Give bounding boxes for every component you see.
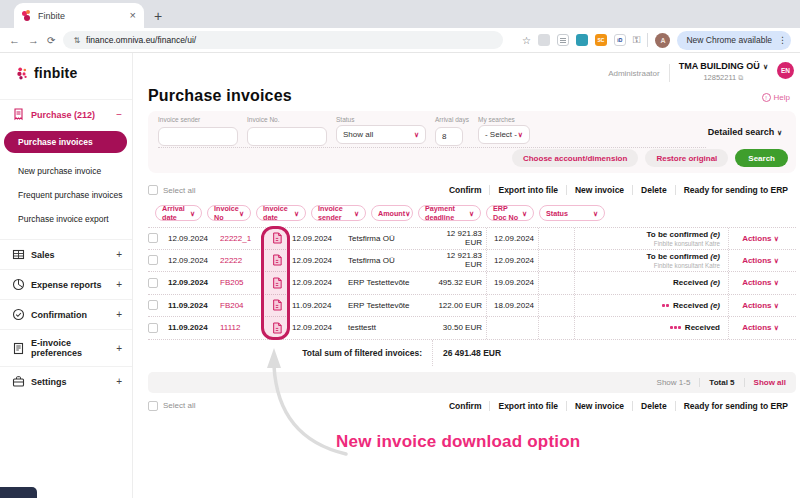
copy-icon[interactable]: ⧉: [738, 74, 743, 81]
invoice-no-link[interactable]: 11112: [220, 323, 262, 332]
row-checkbox[interactable]: [148, 300, 158, 310]
back-icon[interactable]: ←: [9, 34, 20, 46]
new-chrome-available-button[interactable]: New Chrome available ⋮: [677, 31, 791, 50]
forward-icon[interactable]: →: [28, 34, 39, 46]
table-row[interactable]: 11.09.2024 FB204 11.09.2024 ERP Testette…: [148, 295, 796, 318]
finbite-logo[interactable]: finbite: [0, 65, 132, 81]
expand-plus-icon[interactable]: +: [116, 376, 122, 387]
sidebar-section-confirmation[interactable]: Confirmation +: [0, 299, 132, 329]
browser-tab[interactable]: Finbite ×: [14, 3, 144, 28]
sidebar-section-sales[interactable]: Sales +: [0, 239, 132, 269]
delete-link[interactable]: Delete: [632, 185, 675, 195]
column-erp-doc-no[interactable]: ERP Doc No: [486, 205, 534, 221]
column-invoice-date[interactable]: Invoice date: [256, 205, 306, 221]
language-badge[interactable]: EN: [777, 62, 794, 79]
sidebar-item-new-purchase-invoice[interactable]: New purchase invoice: [0, 159, 132, 183]
url-text: finance.omniva.eu/finance/ui/: [86, 35, 196, 45]
restore-original-button[interactable]: Restore original: [645, 149, 728, 167]
export-into-file-link[interactable]: Export into file: [489, 401, 566, 411]
sidebar-section-purchase[interactable]: Purchase (212) −: [0, 99, 132, 129]
delete-link[interactable]: Delete: [632, 401, 675, 411]
chrome-menu-icon[interactable]: ⋮: [778, 35, 787, 45]
ready-for-sending-link[interactable]: Ready for sending to ERP: [675, 401, 796, 411]
chevron-down-icon: [469, 209, 474, 218]
select-all-checkbox[interactable]: [148, 185, 158, 195]
invoice-no-link[interactable]: FB205: [220, 278, 262, 287]
ready-for-sending-link[interactable]: Ready for sending to ERP: [675, 185, 796, 195]
column-payment-deadline[interactable]: Payment deadline: [418, 205, 481, 221]
arrival-days-input[interactable]: [435, 127, 463, 146]
show-all-link[interactable]: Show all: [745, 378, 786, 387]
sidebar-item-purchase-invoice-export[interactable]: Purchase invoice export: [0, 207, 132, 231]
expand-plus-icon[interactable]: +: [116, 309, 122, 320]
tab-close-icon[interactable]: ×: [130, 10, 136, 21]
sidebar-section-expense-reports[interactable]: Expense reports +: [0, 269, 132, 299]
pdf-download-icon[interactable]: [262, 254, 292, 266]
invoice-no-input[interactable]: [247, 127, 327, 146]
sidebar-section-settings[interactable]: Settings +: [0, 366, 132, 396]
row-checkbox[interactable]: [148, 278, 158, 288]
actions-dropdown[interactable]: Actions: [728, 250, 792, 272]
detailed-search-toggle[interactable]: Detailed search: [708, 127, 782, 137]
pdf-download-icon[interactable]: [262, 299, 292, 311]
actions-dropdown[interactable]: Actions: [728, 295, 792, 317]
confirm-link[interactable]: Confirm: [441, 185, 490, 195]
extension-icon[interactable]: [538, 34, 550, 46]
extension-doc-icon[interactable]: [557, 34, 569, 46]
actions-dropdown[interactable]: Actions: [728, 272, 792, 294]
new-invoice-link[interactable]: New invoice: [566, 401, 632, 411]
extensions-puzzle-icon[interactable]: ⚿: [633, 34, 641, 46]
reload-icon[interactable]: ⟳: [47, 35, 55, 46]
company-selector[interactable]: TMA BUILDING OÜ 12852211 ⧉: [679, 61, 768, 82]
search-button[interactable]: Search: [735, 149, 788, 167]
invoice-no-link[interactable]: 22222: [220, 256, 262, 265]
extension-icon[interactable]: [576, 34, 588, 46]
bottom-left-widget[interactable]: [0, 487, 37, 498]
bookmark-star-icon[interactable]: ☆: [522, 35, 531, 46]
table-row[interactable]: 12.09.2024 22222 12.09.2024 Tetsfirma OÜ…: [148, 250, 796, 273]
status-label: Status: [336, 116, 426, 123]
table-row[interactable]: 11.09.2024 11112 12.09.2024 testtestt 30…: [148, 317, 796, 340]
pdf-download-icon[interactable]: [262, 232, 292, 244]
export-into-file-link[interactable]: Export into file: [489, 185, 566, 195]
new-invoice-link[interactable]: New invoice: [566, 185, 632, 195]
sidebar-item-purchase-invoices[interactable]: Purchase invoices: [4, 131, 127, 153]
expand-plus-icon[interactable]: +: [116, 249, 122, 260]
row-checkbox[interactable]: [148, 323, 158, 333]
actions-dropdown[interactable]: Actions: [728, 317, 792, 339]
my-searches-select[interactable]: - Select -: [478, 125, 530, 144]
table-row[interactable]: 12.09.2024 22222_1 12.09.2024 Tetsfirma …: [148, 227, 796, 250]
pdf-download-icon[interactable]: [262, 277, 292, 289]
invoice-sender-input[interactable]: [158, 127, 238, 146]
new-tab-button[interactable]: +: [154, 9, 162, 23]
invoice-no-link[interactable]: 22222_1: [220, 234, 262, 243]
expand-plus-icon[interactable]: +: [116, 343, 122, 354]
select-all-checkbox[interactable]: [148, 401, 158, 411]
pdf-download-icon[interactable]: [262, 322, 292, 334]
confirmation-label: Confirmation: [31, 310, 110, 320]
help-link[interactable]: ! Help: [762, 93, 790, 102]
column-arrival-date[interactable]: Arrival date: [155, 205, 202, 221]
confirm-link[interactable]: Confirm: [441, 401, 490, 411]
sidebar-section-einvoice-preferences[interactable]: E-invoice preferences +: [0, 329, 132, 366]
site-settings-icon[interactable]: ⇅: [73, 36, 80, 45]
table-row[interactable]: 12.09.2024 FB205 12.09.2024 ERP Testette…: [148, 272, 796, 295]
actions-dropdown[interactable]: Actions: [728, 228, 792, 249]
status-select[interactable]: Show all: [336, 125, 426, 144]
invoice-no-link[interactable]: FB204: [220, 301, 262, 310]
extension-id-icon[interactable]: iD: [614, 34, 626, 46]
column-invoice-sender[interactable]: Invoice sender: [311, 205, 366, 221]
url-bar[interactable]: ⇅ finance.omniva.eu/finance/ui/: [63, 31, 503, 49]
sidebar-item-frequent-purchase-invoices[interactable]: Frequent purchase invoices: [0, 183, 132, 207]
choose-account-dimension-button[interactable]: Choose account/dimension: [512, 149, 638, 167]
column-amount[interactable]: Amount: [371, 205, 413, 221]
column-status[interactable]: Status: [539, 205, 605, 221]
collapse-minus-icon[interactable]: −: [116, 109, 122, 120]
column-invoice-no[interactable]: Invoice No: [207, 205, 251, 221]
profile-avatar[interactable]: A: [655, 33, 670, 48]
row-checkbox[interactable]: [148, 233, 158, 243]
expand-plus-icon[interactable]: +: [116, 279, 122, 290]
row-checkbox[interactable]: [148, 255, 158, 265]
e-invoice-indicator-icon: [662, 304, 669, 307]
extension-sc-icon[interactable]: SC: [595, 34, 607, 46]
